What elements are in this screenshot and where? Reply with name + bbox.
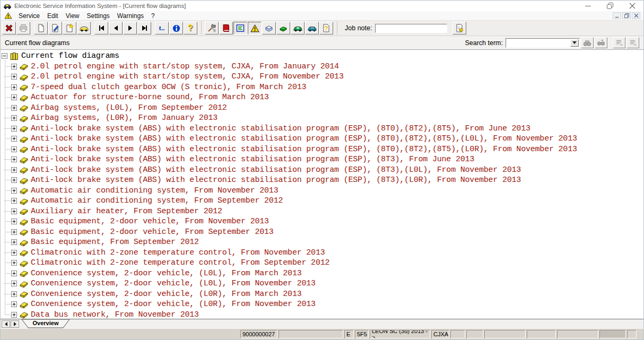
tree-item[interactable]: Anti-lock brake system (ABS) with electr… [1,144,643,155]
expand-plus-box[interactable] [11,115,17,121]
collapse-minus-box[interactable] [2,53,7,59]
parts-box-button[interactable] [262,22,276,34]
expand-plus-box[interactable] [11,208,17,214]
tree-item[interactable]: Climatronic with 2-zone temperature cont… [1,248,643,258]
tree-item[interactable]: Basic equipment, 2-door vehicle, From No… [1,216,643,227]
nav-next-button[interactable] [123,22,137,34]
edit-document-button[interactable] [48,22,62,34]
transfer-button[interactable]: t.. [155,22,169,34]
expand-plus-box[interactable] [11,229,17,235]
append-to-list-button[interactable] [626,37,639,48]
tree-item[interactable]: Anti-lock brake system (ABS) with electr… [1,124,643,134]
expand-plus-box[interactable] [11,94,17,100]
expand-plus-box[interactable] [11,219,17,224]
tree-item[interactable]: Convenience system, 2-door vehicle, (L0L… [1,278,643,289]
tree-item[interactable]: Climatronic with 2-zone temperature cont… [1,258,643,268]
tree-item[interactable]: Convenience system, 2-door vehicle, (L0R… [1,299,643,310]
expand-plus-box[interactable] [11,136,17,142]
mdi-minimize-button[interactable] [613,12,621,19]
search-term-combobox[interactable] [506,38,580,48]
expand-plus-box[interactable] [11,177,17,183]
menu-item-edit[interactable]: Edit [43,12,62,20]
expand-plus-box[interactable] [11,260,17,266]
expand-plus-box[interactable] [11,291,17,297]
expand-plus-box[interactable] [11,84,17,90]
tree-item[interactable]: Convenience system, 2-door vehicle, (L0L… [1,268,643,279]
expand-plus-box[interactable] [11,250,17,256]
tree-item[interactable]: Anti-lock brake system (ABS) with electr… [1,165,643,176]
expand-plus-box[interactable] [11,301,17,307]
tree-item[interactable]: Automatic air conditioning system, From … [1,186,643,196]
tree-item[interactable]: Anti-lock brake system (ABS) with electr… [1,175,643,186]
search-next-button[interactable] [595,37,607,48]
minimize-button[interactable] [577,1,599,11]
new-document-button[interactable] [34,22,48,34]
expand-plus-box[interactable] [11,198,17,204]
manuals-button[interactable] [219,22,233,34]
screen-list-button[interactable] [233,22,247,34]
window-title: Electronic Service Information System - … [14,3,186,9]
document-question-button[interactable]: ? [319,22,333,34]
tree-item[interactable]: Airbag systems, (L0R), From January 2013 [1,113,643,124]
expand-plus-box[interactable] [11,146,17,152]
tree-item[interactable]: 2.0l petrol engine with start/stop syste… [1,72,643,82]
properties-button[interactable] [452,22,466,34]
book-icon [19,300,29,309]
menu-item-view[interactable]: View [62,12,83,20]
vehicle-button[interactable] [77,22,91,34]
close-button[interactable] [621,1,643,11]
expand-plus-box[interactable] [11,74,17,80]
warnings-button[interactable] [248,22,262,34]
vehicle-data-button[interactable]: ? [305,22,319,34]
tree-item[interactable]: Auxiliary air heater, From September 201… [1,206,643,217]
mdi-restore-button[interactable] [622,12,631,19]
info-button[interactable] [169,22,183,34]
mdi-close-button[interactable] [632,12,640,19]
tree-item[interactable]: Basic equipment, 2-door vehicle, From Se… [1,227,643,238]
expand-plus-box[interactable] [11,239,17,245]
nav-last-button[interactable] [137,22,151,34]
help-button[interactable]: ? [184,22,197,34]
green-book-button[interactable] [276,22,290,34]
expand-plus-box[interactable] [11,188,17,194]
menu-item-warnings[interactable]: Warnings [114,12,147,20]
expand-plus-box[interactable] [11,167,17,173]
exit-button[interactable] [2,22,16,34]
green-vehicle-button[interactable] [291,22,304,34]
expand-plus-box[interactable] [11,312,17,318]
menu-item-settings[interactable]: Settings [83,12,114,20]
tree-item[interactable]: Basic equipment, From September 2012 [1,237,643,248]
expand-plus-box[interactable] [11,126,17,132]
tree-item[interactable]: Airbag systems, (L0L), From September 20… [1,103,643,114]
expand-plus-box[interactable] [11,271,17,276]
nav-prev-button[interactable] [109,22,123,34]
job-note-input[interactable] [375,24,447,33]
combobox-dropdown-button[interactable] [570,39,579,47]
tree-item[interactable]: Anti-lock brake system (ABS) with electr… [1,154,643,165]
expand-plus-box[interactable] [11,281,17,286]
tab-scroll-right-button[interactable] [11,320,19,328]
tab-scroll-left-button[interactable] [2,320,10,328]
print-button[interactable] [16,22,30,34]
search-button[interactable] [581,37,594,48]
tree-item[interactable]: Anti-lock brake system (ABS) with electr… [1,134,643,144]
expand-plus-box[interactable] [11,64,17,69]
tree-item[interactable]: 2.0l petrol engine with start/stop syste… [1,62,643,72]
menu-item-help[interactable]: ? [147,12,159,20]
exit-icon [5,24,13,32]
nav-first-button[interactable] [94,22,108,34]
tree-item[interactable]: Convenience system, 2-door vehicle, (L0R… [1,289,643,300]
restore-button[interactable] [599,1,621,11]
expand-plus-box[interactable] [11,156,17,162]
menu-item-service[interactable]: Service [15,12,43,20]
tools-button[interactable] [205,22,219,34]
tree-root[interactable]: Current flow diagrams [1,51,643,62]
tree-item[interactable]: Automatic air conditioning system, From … [1,196,643,206]
new-note-button[interactable] [63,22,76,34]
tree-item[interactable]: Actuator for structure-borne sound, From… [1,92,643,103]
tree-item[interactable]: Data bus network, From November 2013 [1,310,643,319]
copy-to-list-button[interactable] [613,37,625,48]
tree-item[interactable]: 7-speed dual clutch gearbox 0CW (S troni… [1,82,643,93]
tab-overview[interactable]: Overview [21,319,70,328]
expand-plus-box[interactable] [11,105,17,111]
